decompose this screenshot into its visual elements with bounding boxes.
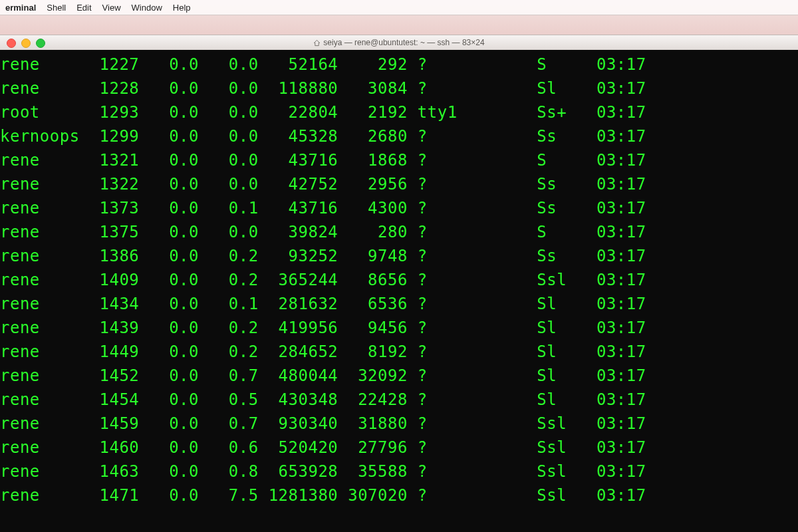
process-row: rene 1373 0.0 0.1 43716 4300 ? Ss 03:17	[0, 196, 798, 220]
process-row: rene 1434 0.0 0.1 281632 6536 ? Sl 03:17	[0, 292, 798, 316]
process-row: rene 1449 0.0 0.2 284652 8192 ? Sl 03:17	[0, 340, 798, 364]
process-row: rene 1439 0.0 0.2 419956 9456 ? Sl 03:17	[0, 316, 798, 340]
terminal-output[interactable]: rene 1227 0.0 0.0 52164 292 ? S 03:17ren…	[0, 50, 798, 532]
window-titlebar[interactable]: seiya — rene@ubuntutest: ~ — ssh — 83×24	[0, 35, 798, 51]
menubar-app-name[interactable]: erminal	[5, 3, 36, 13]
menu-view[interactable]: View	[102, 3, 121, 13]
minimize-icon[interactable]	[21, 39, 31, 48]
window-title-text: seiya — rene@ubuntutest: ~ — ssh — 83×24	[323, 38, 484, 47]
zoom-icon[interactable]	[36, 39, 45, 48]
menu-edit[interactable]: Edit	[76, 3, 91, 13]
process-row: rene 1452 0.0 0.7 480044 32092 ? Sl 03:1…	[0, 364, 798, 388]
mac-menubar: erminal Shell Edit View Window Help	[0, 0, 798, 15]
process-row: rene 1454 0.0 0.5 430348 22428 ? Sl 03:1…	[0, 388, 798, 412]
window-title: seiya — rene@ubuntutest: ~ — ssh — 83×24	[313, 38, 484, 47]
process-row: kernoops 1299 0.0 0.0 45328 2680 ? Ss 03…	[0, 124, 798, 148]
menu-help[interactable]: Help	[173, 3, 191, 13]
menu-window[interactable]: Window	[132, 3, 162, 13]
process-row: rene 1321 0.0 0.0 43716 1868 ? S 03:17	[0, 148, 798, 172]
process-row: rene 1409 0.0 0.2 365244 8656 ? Ssl 03:1…	[0, 268, 798, 292]
process-row: rene 1227 0.0 0.0 52164 292 ? S 03:17	[0, 53, 798, 76]
process-row: root 1293 0.0 0.0 22804 2192 tty1 Ss+ 03…	[0, 100, 798, 124]
process-row: rene 1386 0.0 0.2 93252 9748 ? Ss 03:17	[0, 244, 798, 268]
process-row: rene 1471 0.0 7.5 1281380 307020 ? Ssl 0…	[0, 483, 798, 507]
home-icon	[313, 39, 321, 47]
terminal-window: seiya — rene@ubuntutest: ~ — ssh — 83×24…	[0, 35, 798, 532]
process-row: rene 1228 0.0 0.0 118880 3084 ? Sl 03:17	[0, 76, 798, 100]
process-row: rene 1322 0.0 0.0 42752 2956 ? Ss 03:17	[0, 172, 798, 196]
process-row: rene 1460 0.0 0.6 520420 27796 ? Ssl 03:…	[0, 436, 798, 460]
process-row: rene 1375 0.0 0.0 39824 280 ? S 03:17	[0, 220, 798, 244]
process-row: rene 1463 0.0 0.8 653928 35588 ? Ssl 03:…	[0, 460, 798, 483]
menu-shell[interactable]: Shell	[47, 3, 66, 13]
window-traffic-lights	[7, 39, 45, 48]
process-row: rene 1459 0.0 0.7 930340 31880 ? Ssl 03:…	[0, 412, 798, 436]
close-icon[interactable]	[7, 39, 16, 48]
